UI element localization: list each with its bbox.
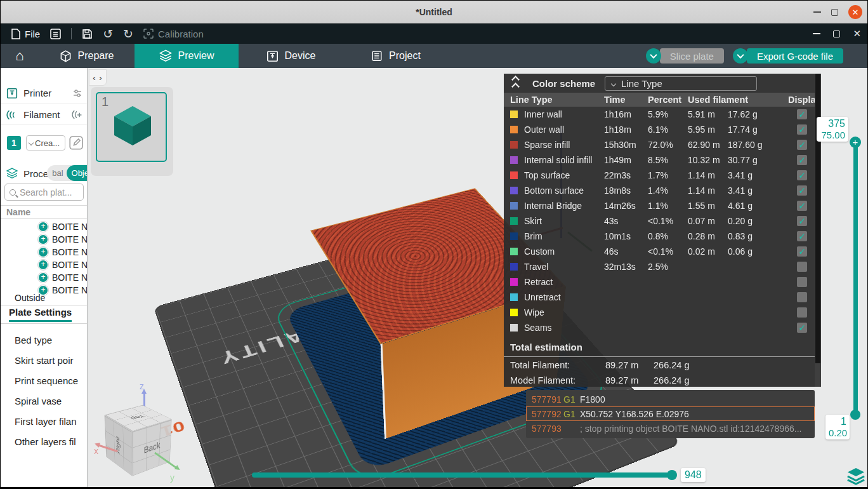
- move-slider-track[interactable]: [252, 472, 676, 478]
- tab-prepare[interactable]: Prepare: [39, 44, 135, 68]
- display-checkbox[interactable]: ✓: [797, 231, 807, 241]
- plate-setting-row[interactable]: First layer filan: [1, 411, 88, 431]
- layer-slider-handle[interactable]: [850, 410, 860, 420]
- line-type-name: Custom: [524, 246, 604, 257]
- line-color-chip: [510, 156, 518, 164]
- layers-view-button[interactable]: [846, 467, 865, 486]
- filament-slot-chip[interactable]: 1: [7, 136, 21, 150]
- export-gcode-label: Export G-code file: [757, 51, 833, 62]
- tab-plate-settings[interactable]: Plate Settings: [1, 305, 88, 324]
- outside-group[interactable]: Outside: [1, 292, 88, 304]
- tab-project[interactable]: Project: [343, 44, 449, 68]
- notes-button[interactable]: [50, 29, 61, 39]
- line-weight: 187.60 g: [728, 140, 788, 150]
- line-time: 43s: [604, 216, 648, 226]
- list-item-object[interactable]: +BOITE NA: [1, 246, 88, 258]
- viewport-3d[interactable]: CREALITY 01 ‹ › 1: [88, 68, 868, 488]
- toggle-global[interactable]: bal: [47, 168, 66, 178]
- plate-setting-row[interactable]: Bed type: [1, 330, 88, 350]
- layer-top-number: 375: [820, 118, 845, 130]
- plate-setting-row[interactable]: Spiral vase: [1, 391, 88, 411]
- export-gcode-button[interactable]: Export G-code file: [747, 48, 843, 64]
- display-checkbox[interactable]: ✓: [797, 170, 807, 180]
- display-checkbox[interactable]: [797, 262, 807, 272]
- line-percent: 72.0%: [648, 140, 688, 150]
- edit-icon[interactable]: [69, 136, 83, 150]
- list-item-object[interactable]: +BOITE NA: [1, 258, 88, 271]
- global-objects-toggle[interactable]: bal Obje: [47, 165, 88, 181]
- layer-slider-track[interactable]: [853, 145, 858, 416]
- tab-preview[interactable]: Preview: [135, 44, 239, 68]
- display-checkbox[interactable]: [797, 307, 807, 318]
- gcode-inspector[interactable]: 577791G1F1800577792G1X50.752 Y168.526 E.…: [526, 390, 815, 438]
- table-header: Line Type Time Percent Used filament Dis…: [504, 93, 815, 107]
- app-restore-icon[interactable]: [833, 30, 840, 37]
- restore-icon[interactable]: [831, 9, 838, 16]
- save-button[interactable]: [82, 29, 93, 39]
- display-checkbox[interactable]: [797, 277, 807, 287]
- tab-device[interactable]: Device: [239, 44, 343, 68]
- display-checkbox[interactable]: ✓: [797, 140, 807, 150]
- slice-plate-button[interactable]: Slice plate: [660, 48, 724, 64]
- display-checkbox[interactable]: [797, 292, 807, 302]
- display-checkbox[interactable]: ✓: [797, 124, 807, 135]
- line-type-name: Retract: [524, 277, 604, 287]
- undo-button[interactable]: ↺: [103, 27, 113, 41]
- file-menu[interactable]: File: [11, 29, 40, 39]
- plate-setting-row[interactable]: Print sequence: [1, 370, 88, 391]
- collapse-sidebar-button[interactable]: ‹ ›: [89, 69, 107, 86]
- toggle-objects[interactable]: Obje: [67, 165, 88, 181]
- app-minimize-icon[interactable]: [813, 33, 820, 34]
- gcode-line[interactable]: 577792G1X50.752 Y168.526 E.02976: [526, 406, 815, 421]
- plate-setting-row[interactable]: Skirt start poir: [1, 350, 88, 370]
- gcode-command: G1: [563, 409, 580, 419]
- gcode-line[interactable]: 577793; stop printing object BOITE NANO.…: [526, 421, 815, 436]
- list-item-object[interactable]: +BOITE NA: [1, 233, 88, 246]
- display-checkbox[interactable]: ✓: [797, 109, 807, 119]
- display-checkbox[interactable]: ✓: [797, 201, 807, 211]
- line-type-name: Skirt: [524, 216, 604, 226]
- col-time: Time: [604, 95, 648, 105]
- tune-icon[interactable]: [72, 88, 82, 98]
- display-checkbox[interactable]: ✓: [797, 246, 807, 257]
- tab-home[interactable]: ⌂: [1, 44, 39, 68]
- plate-thumbnail-selection: 1: [96, 92, 167, 162]
- total-row: Model Filament:89.27 m266.24 g: [504, 373, 815, 387]
- color-scheme-select[interactable]: Line Type: [605, 76, 757, 91]
- title-bar[interactable]: *Untitled ✕: [1, 1, 867, 23]
- add-filament-icon[interactable]: [72, 109, 82, 120]
- app-close-icon[interactable]: ✕: [853, 28, 861, 39]
- printer-select[interactable]: Crea...: [26, 135, 65, 151]
- display-checkbox[interactable]: ✓: [797, 216, 807, 226]
- display-checkbox[interactable]: ✓: [797, 185, 807, 196]
- line-type-name: Outer wall: [524, 124, 604, 135]
- orientation-cube[interactable]: z Top Right Back x y: [93, 382, 188, 487]
- line-color-chip: [510, 171, 518, 179]
- display-checkbox[interactable]: ✓: [797, 323, 807, 333]
- printer-select-value: Crea...: [35, 138, 60, 148]
- list-item-object[interactable]: +BOITE NA: [1, 271, 88, 284]
- sidebar-item-filament[interactable]: Filament: [1, 105, 88, 125]
- total-estimation-title: Total estimation: [510, 342, 815, 352]
- plate-setting-row[interactable]: Other layers fil: [1, 431, 88, 452]
- export-dropdown-button[interactable]: [733, 48, 748, 64]
- collapse-panel-icon[interactable]: [513, 77, 518, 90]
- redo-button[interactable]: ↻: [123, 27, 133, 41]
- plate-thumbnail[interactable]: 1: [91, 87, 173, 176]
- minimize-icon[interactable]: [813, 11, 821, 13]
- line-time: 1h16m: [604, 109, 648, 119]
- search-input[interactable]: Search plat...: [4, 184, 84, 201]
- close-icon[interactable]: ✕: [848, 5, 862, 19]
- display-checkbox[interactable]: ✓: [797, 155, 807, 165]
- line-color-chip: [510, 309, 518, 316]
- line-type-row: Top surface22m3s1.7%1.14 m3.41 g✓: [504, 168, 815, 183]
- move-slider: 948: [252, 468, 706, 482]
- calibration-menu[interactable]: Calibration: [143, 29, 204, 39]
- thumbnail-cube-icon: [113, 105, 152, 147]
- slice-dropdown-button[interactable]: [646, 48, 661, 64]
- move-slider-handle[interactable]: [667, 470, 677, 480]
- sidebar-item-printer[interactable]: Printer: [1, 83, 88, 104]
- sidebar-item-process[interactable]: Process bal Obje: [1, 163, 88, 184]
- list-item-object[interactable]: +BOITE NA: [1, 220, 88, 233]
- gcode-line[interactable]: 577791G1F1800: [526, 392, 815, 406]
